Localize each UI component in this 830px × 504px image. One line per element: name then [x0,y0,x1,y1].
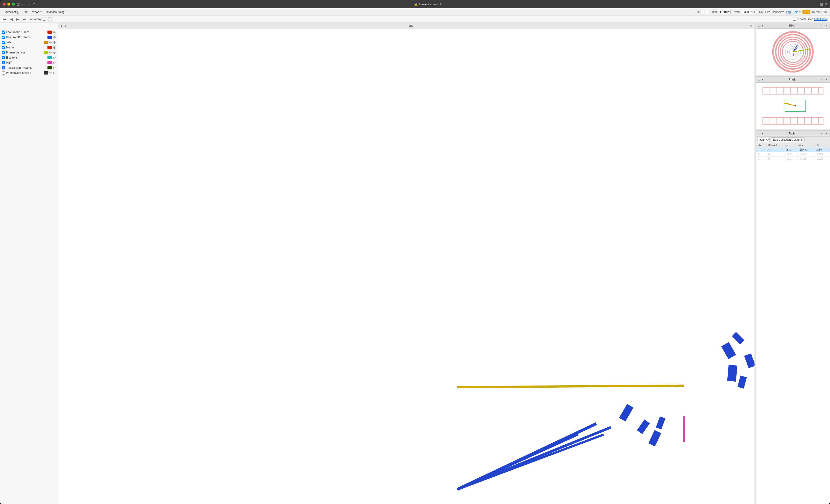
cell-phi-0: 0.797 [813,148,830,152]
filter-dialog-link[interactable]: FilterDialog [814,18,828,21]
help-label[interactable]: Help [793,10,798,14]
layer-menu-jets[interactable]: ⊙ [53,40,56,44]
maximize-button[interactable] [12,3,15,5]
col-eta: eta [797,143,813,148]
list-item: Jets ✏ ⊙ [0,40,58,45]
layer-pencil-pruned[interactable]: ✏ [49,71,52,75]
rhoz-resize-handle[interactable]: ··· [756,129,830,130]
rhoz-info-button[interactable]: ℹ [758,77,760,81]
rhoz-panel: ℹ + RhoZ ← × [756,77,830,131]
play-button[interactable]: ▶ [15,17,20,22]
layer-check-ecal[interactable] [2,31,5,34]
prev-frame-button[interactable]: ◀ [9,17,14,22]
client-status: CMSSW Client Alive [759,10,785,14]
layer-menu-ecal[interactable]: ⊙ [53,30,56,34]
table-expand-button[interactable]: + [761,131,764,135]
layer-menu-pv[interactable]: ⊙ [53,51,56,55]
rphi-resize-handle[interactable]: ··· [756,75,830,76]
layer-check-tracks[interactable] [2,66,5,69]
layer-menu-muons[interactable]: ⊙ [53,45,56,49]
table-info-button[interactable]: ℹ [758,131,760,135]
table-row[interactable]: 1 0 19.5 -3.284 -2.504 [756,152,830,157]
layer-pencil-pv[interactable]: ✏ [49,51,52,55]
lumi-input[interactable] [718,10,731,14]
layer-check-electrons[interactable] [2,56,5,59]
alert-badge[interactable]: ⚠ 1 [802,10,810,14]
layer-menu-electrons[interactable]: ⊙ [53,56,56,60]
rhoz-header: ℹ + RhoZ ← × [756,77,830,82]
forward-icon[interactable]: → [27,2,31,6]
sidebar-toggle-icon[interactable]: ⊡ [17,2,20,6]
menu-save-config[interactable]: SaveConfig [2,10,20,14]
first-frame-button[interactable]: ⏮ [2,17,8,22]
view-3d-close-button[interactable]: × [749,24,753,28]
layer-check-met[interactable] [2,61,5,64]
cell-pt-2: 10.3 [785,157,797,161]
view-3d-content[interactable] [58,29,755,504]
rphi-info-button[interactable]: ℹ [758,24,760,28]
layer-menu-pruned[interactable]: ⊙ [53,71,56,75]
rphi-expand-button[interactable]: + [761,24,764,28]
layer-check-muons[interactable] [2,46,5,49]
log-link[interactable]: Log [786,10,791,14]
rhoz-content[interactable] [756,82,830,129]
enable-filter-checkbox[interactable] [793,18,796,21]
close-button[interactable] [3,3,5,5]
event-input[interactable] [741,10,757,14]
reload-icon[interactable]: ↺ [33,2,36,6]
table-scroll[interactable]: Idx Filtered pt eta phi 0 1 30.2 [756,143,830,504]
autoplay-checkbox[interactable] [43,18,46,21]
menu-inv-mass[interactable]: InvMassDialog [44,10,66,14]
last-frame-button[interactable]: ⏭ [21,17,27,22]
menu-edit[interactable]: Edit [21,10,29,14]
tile-icon[interactable]: ⊞ [820,2,823,6]
table-header-row: Idx Filtered pt eta phi [756,143,830,148]
layer-menu-hcal[interactable]: ⊙ [53,35,56,39]
minimize-button[interactable] [7,3,10,5]
view-3d-expand-button[interactable]: + [64,24,67,28]
enable-filter-label: EnableFilter [798,18,812,21]
layer-check-pv[interactable] [2,51,5,54]
layer-color-muons [47,46,52,49]
back-icon[interactable]: ← [22,2,25,6]
rhoz-expand-button[interactable]: + [761,77,764,81]
table-close-button[interactable]: × [825,131,828,135]
rphi-svg [756,29,830,75]
rphi-content[interactable] [756,29,830,75]
layer-check-jets[interactable] [2,41,5,44]
layer-menu-met[interactable]: ⊙ [53,61,56,65]
event-group: Event [733,10,757,14]
collection-select[interactable]: Jets [757,137,770,142]
view-3d-nav-button[interactable]: → [68,24,73,28]
layer-check-hcal[interactable] [2,36,5,39]
run-input[interactable] [701,10,709,14]
rphi-prev-button[interactable]: ← [820,24,824,28]
table-prev-button[interactable]: ← [820,131,824,135]
menu-views[interactable]: Views ▾ [30,10,43,14]
table-toolbar: Jets Edit Collection Columns [756,137,830,143]
data-table: Idx Filtered pt eta phi 0 1 30.2 [756,143,830,161]
svg-line-30 [793,52,794,57]
rhoz-prev-button[interactable]: ← [820,77,824,81]
cell-filtered-0: 1 [766,148,785,152]
table-row[interactable]: 0 1 30.2 -3.265 0.797 [756,148,830,152]
layer-pencil-jets[interactable]: ✏ [49,40,52,44]
left-panel: ··· EcalFromPFCands ⊙ HcalFromPFCands ⊙ [0,23,58,504]
center-area: ℹ + → 3D × [58,23,756,504]
list-item: PrimaryVertices ✏ ⊙ [0,50,58,55]
split-icon[interactable]: ⧉ [825,2,827,6]
rphi-close-button[interactable]: × [825,24,828,28]
list-item: MET ⊙ [0,60,58,65]
view-3d-svg [58,29,755,504]
rhoz-close-button[interactable]: × [825,77,828,81]
layer-check-pruned[interactable] [2,71,5,74]
svg-rect-17 [656,416,665,430]
list-item: EcalFromPFCands ⊙ [0,30,58,35]
svg-rect-8 [744,354,755,368]
layer-menu-tracks[interactable]: ⊙ [53,66,56,70]
edit-collection-columns-button[interactable]: Edit Collection Columns [771,137,804,142]
cell-idx-1: 1 [756,152,766,157]
view-3d-controls-right: × [749,24,753,28]
table-row[interactable]: 2 0 10.3 -3.135 -1.020 [756,157,830,161]
view-3d-info-button[interactable]: ℹ [60,24,63,28]
